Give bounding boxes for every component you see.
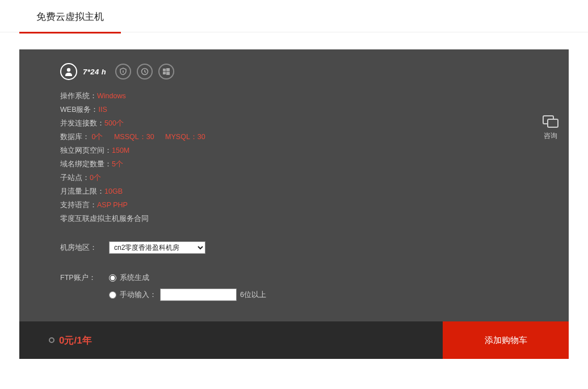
svg-rect-8: [548, 119, 558, 127]
spec-list: 操作系统：Windows WEB服务：IIS 并发连接数：500个 数据库： 0…: [60, 89, 569, 225]
ftp-auto-text: 系统生成: [120, 273, 149, 283]
spec-domain-value: 5个: [112, 160, 123, 168]
svg-rect-3: [163, 69, 166, 72]
spec-db-v3: MYSQL：30: [165, 133, 205, 141]
footer-bar: 0元/1年 添加购物车: [19, 321, 569, 359]
spec-os-value: Windows: [97, 92, 126, 100]
svg-rect-6: [166, 72, 170, 75]
tab-bar: 免费云虚拟主机: [0, 0, 588, 32]
clock-icon: [137, 64, 153, 80]
spec-flow-label: 月流量上限：: [60, 187, 104, 195]
spec-db-v2: MSSQL：30: [114, 133, 154, 141]
ftp-manual-input[interactable]: [160, 288, 237, 301]
tab-free-cloud-host[interactable]: 免费云虚拟主机: [19, 0, 121, 33]
ftp-label: FTP账户：: [60, 273, 109, 301]
spec-conn-label: 并发连接数：: [60, 119, 104, 127]
spec-flow-value: 10GB: [104, 187, 123, 195]
chat-icon: [543, 115, 558, 129]
spec-lang-value: ASP PHP: [97, 201, 128, 209]
person-icon: [60, 63, 77, 80]
ftp-option-manual[interactable]: 手动输入： 6位以上: [109, 288, 266, 301]
spec-space-label: 独立网页空间：: [60, 147, 112, 154]
price-text: 0元/1年: [59, 334, 92, 347]
consult-label: 咨询: [543, 131, 558, 141]
spec-sub-value: 0个: [90, 174, 101, 182]
svg-point-0: [67, 68, 70, 72]
windows-icon: [158, 64, 174, 80]
hours-text: 7*24 h: [83, 68, 106, 76]
spec-web-value: IIS: [98, 106, 107, 114]
spec-conn-value: 500个: [104, 119, 124, 127]
spec-os-label: 操作系统：: [60, 92, 97, 100]
ftp-option-auto[interactable]: 系统生成: [109, 273, 266, 283]
product-panel: 7*24 h 操作系统：Windows WEB服务：IIS 并发连接数：500个…: [19, 49, 569, 321]
spec-db-v1: 0个: [91, 133, 103, 141]
spec-space-value: 150M: [112, 147, 129, 154]
spec-db-label: 数据库：: [60, 133, 90, 141]
svg-rect-4: [166, 68, 170, 71]
ftp-manual-text: 手动输入：: [120, 290, 157, 300]
region-label: 机房地区：: [60, 243, 109, 253]
ftp-radio-manual[interactable]: [109, 291, 116, 299]
cart-label: 添加购物车: [485, 335, 527, 346]
shield-icon: [115, 64, 131, 80]
header-icon-row: 7*24 h: [60, 63, 569, 80]
spec-web-label: WEB服务：: [60, 106, 98, 114]
ftp-hint: 6位以上: [240, 290, 266, 300]
region-select[interactable]: cn2零度香港盈科机房: [109, 241, 205, 254]
spec-domain-label: 域名绑定数量：: [60, 160, 112, 168]
add-to-cart-button[interactable]: 添加购物车: [443, 321, 569, 359]
spec-contract[interactable]: 零度互联虚拟主机服务合同: [60, 215, 149, 223]
svg-rect-5: [163, 72, 166, 74]
ftp-radio-auto[interactable]: [109, 274, 116, 282]
spec-lang-label: 支持语言：: [60, 201, 97, 209]
tab-label: 免费云虚拟主机: [36, 11, 104, 22]
region-row: 机房地区： cn2零度香港盈科机房: [60, 241, 569, 254]
price-block: 0元/1年: [19, 321, 443, 359]
ftp-row: FTP账户： 系统生成 手动输入： 6位以上: [60, 273, 569, 301]
spec-sub-label: 子站点：: [60, 174, 90, 182]
price-radio-icon[interactable]: [49, 337, 54, 343]
consult-button[interactable]: 咨询: [543, 115, 558, 141]
